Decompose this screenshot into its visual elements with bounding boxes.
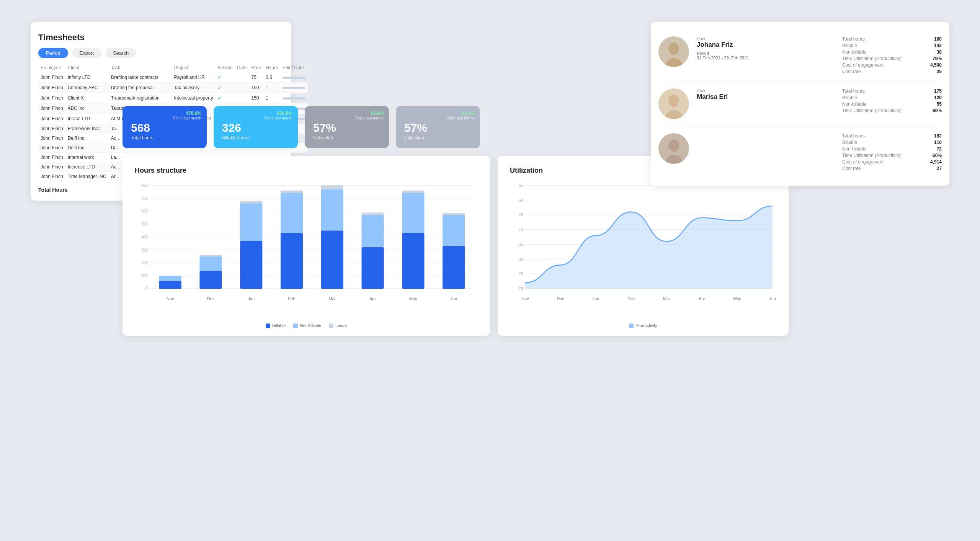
- stat-value: 110: [934, 140, 942, 145]
- svg-point-77: [668, 95, 679, 107]
- stat-label: Total hours: [842, 133, 865, 139]
- svg-text:May: May: [409, 296, 417, 301]
- stat-value: 55: [937, 101, 942, 107]
- svg-text:Mar: Mar: [328, 296, 336, 301]
- table-row[interactable]: John Finch Company ABC Drafting fee prop…: [38, 82, 308, 93]
- stat-value: 27: [937, 166, 942, 171]
- metric-since: Since last month: [355, 116, 384, 120]
- user-label: User: [697, 88, 835, 93]
- col-rate: Rate: [249, 64, 263, 72]
- col-edit: Edit / Date: [280, 64, 308, 72]
- table-row[interactable]: John Finch Infinity LTD Drafting labor c…: [38, 72, 308, 82]
- stat-row: Time Utilization (Productivity) 79%: [842, 56, 942, 61]
- user-card: User Marisa Erl Total hours 175 Billable…: [658, 82, 942, 126]
- cell-employee: John Finch: [38, 172, 65, 181]
- hours-chart-panel: Hours structure 010020030040050060070080…: [122, 156, 490, 336]
- metric-cards: 479.6% Since last month 568 Total hours …: [122, 106, 480, 148]
- table-row[interactable]: John Finch Client X Treademark registrat…: [38, 93, 308, 103]
- svg-rect-45: [443, 213, 465, 215]
- cell-employee: John Finch: [38, 103, 65, 113]
- svg-text:Apr: Apr: [699, 296, 705, 301]
- metric-label: Utilization: [313, 135, 381, 141]
- svg-text:Jan: Jan: [593, 296, 599, 301]
- stat-row: Time Utilization (Productivity) 69%: [842, 108, 942, 113]
- cell-employee: John Finch: [38, 162, 65, 172]
- dashboard-container: Timesheets Period Export Search Employee…: [31, 22, 949, 520]
- svg-text:55: 55: [519, 183, 523, 187]
- stat-row: Total hours 175: [842, 88, 942, 94]
- svg-rect-23: [199, 270, 222, 288]
- svg-text:Jan: Jan: [248, 296, 255, 301]
- stat-value: 72: [937, 146, 942, 152]
- user-name: Marisa Erl: [697, 93, 835, 101]
- cell-hours: 1: [263, 93, 280, 103]
- col-project: Project: [172, 64, 215, 72]
- metric-badge: 479.6%: [173, 111, 201, 116]
- cell-client: Delfi Inc.: [65, 143, 109, 152]
- cell-employee: John Finch: [38, 72, 65, 82]
- cell-billable: ✓: [215, 82, 235, 93]
- svg-text:25: 25: [519, 272, 523, 276]
- search-button[interactable]: Search: [105, 48, 136, 58]
- cell-date: [235, 82, 249, 93]
- stat-label: Cost rate: [842, 166, 861, 171]
- cell-employee: John Finch: [38, 82, 65, 93]
- svg-rect-33: [321, 185, 343, 189]
- svg-text:700: 700: [141, 196, 148, 200]
- svg-rect-35: [321, 230, 343, 289]
- cell-client: Internal work: [65, 152, 109, 162]
- stat-label: Time Utilization (Productivity): [842, 108, 902, 113]
- stat-label: Time Utilization (Productivity): [842, 153, 902, 158]
- svg-rect-31: [281, 233, 303, 288]
- stat-row: Total hours 180: [842, 36, 942, 42]
- stat-row: Non-billable 72: [842, 146, 942, 152]
- cell-date: [235, 93, 249, 103]
- stat-row: Non-billable 55: [842, 101, 942, 107]
- stat-label: Non-billable: [842, 101, 866, 107]
- svg-rect-47: [443, 246, 465, 288]
- stat-value: 69%: [933, 108, 942, 113]
- col-billable: Billable: [215, 64, 235, 72]
- svg-rect-22: [199, 256, 222, 270]
- metric-label: Billable hours: [222, 135, 289, 141]
- user-stats-panel: User Johana Friz Period01.Feb 2021 - 28.…: [651, 22, 949, 186]
- user-label: User: [697, 36, 835, 41]
- svg-text:Feb: Feb: [627, 296, 635, 301]
- export-button[interactable]: Export: [72, 48, 102, 58]
- svg-rect-37: [362, 212, 384, 215]
- svg-rect-29: [281, 190, 303, 193]
- col-task: Task: [109, 64, 172, 72]
- svg-rect-38: [362, 215, 384, 247]
- metric-value: 326: [222, 122, 289, 134]
- user-stats: Total hours 175 Billable 120 Non-billabl…: [842, 88, 942, 113]
- cell-hours: 1: [263, 82, 280, 93]
- user-name: Johana Friz: [697, 41, 835, 49]
- stat-row: Cost rate 27: [842, 166, 942, 171]
- svg-rect-42: [402, 193, 424, 233]
- svg-point-80: [668, 139, 679, 152]
- stat-row: Billable 142: [842, 43, 942, 48]
- cell-client: Time Manager INC: [65, 172, 109, 181]
- cell-client: Delfi Inc.: [65, 133, 109, 143]
- cell-billable: ✓: [215, 72, 235, 82]
- period-button[interactable]: Period: [38, 48, 68, 58]
- cell-employee: John Finch: [38, 143, 65, 152]
- stat-row: Cost rate 25: [842, 69, 942, 74]
- hours-chart-legend: Billable Not Billable Leave: [135, 323, 478, 328]
- cell-rate: 150: [249, 93, 263, 103]
- metric-badge-area: 479.6% Since last month: [173, 111, 201, 120]
- cell-task: Treademark registration: [109, 93, 172, 103]
- cell-employee: John Finch: [38, 124, 65, 133]
- svg-text:600: 600: [141, 209, 148, 213]
- svg-rect-19: [159, 281, 181, 288]
- cell-edit: [280, 72, 308, 82]
- utilization-chart-legend: Productivity: [510, 323, 776, 328]
- metric-badge-area: 858.8% Since last month: [264, 111, 292, 120]
- svg-text:300: 300: [141, 248, 148, 252]
- svg-text:Dec: Dec: [207, 296, 215, 301]
- svg-text:Nov: Nov: [521, 296, 529, 301]
- stat-row: Cost of engagement 4,500: [842, 62, 942, 68]
- cell-task: Drafting labor contracts: [109, 72, 172, 82]
- stat-value: 60%: [933, 153, 942, 158]
- legend-not-billable: Not Billable: [293, 323, 321, 328]
